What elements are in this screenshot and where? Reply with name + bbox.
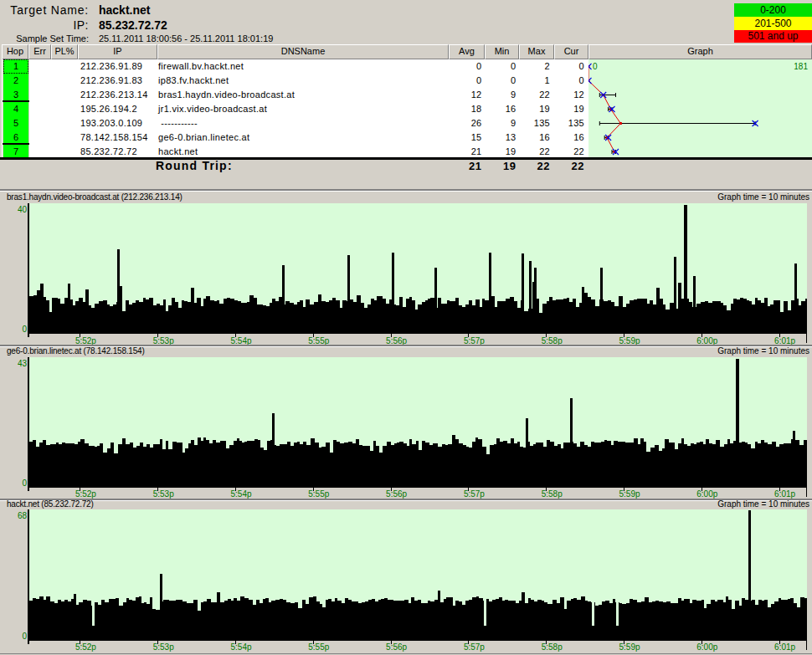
svg-text:181: 181 [794, 62, 808, 71]
svg-text:0: 0 [593, 62, 598, 71]
